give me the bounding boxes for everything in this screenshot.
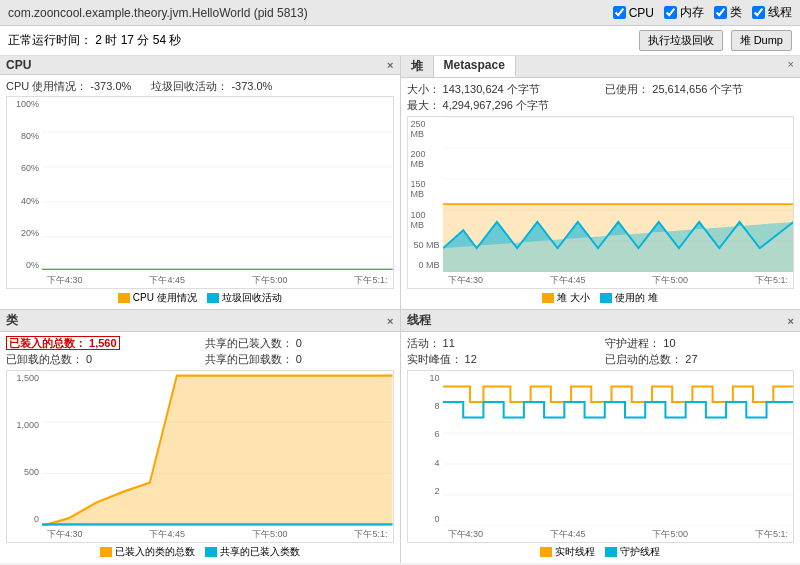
cpu-svg <box>42 97 393 272</box>
svg-marker-13 <box>443 222 794 272</box>
thread-panel: 线程 × 活动： 11 守护进程： 10 实时峰值： 12 已启动的总数： <box>401 310 801 563</box>
class-panel-title: 类 <box>6 312 18 329</box>
class-svg <box>42 371 393 526</box>
cpu-chart-inner <box>42 97 393 272</box>
class-shared-color <box>205 547 217 557</box>
class-legend-total: 已装入的类的总数 <box>100 545 195 559</box>
heap-dump-button[interactable]: 堆 Dump <box>731 30 792 51</box>
heap-size-stat: 大小： 143,130,624 个字节 <box>407 82 596 97</box>
cpu-panel-title: CPU <box>6 58 31 72</box>
thread-legend-live: 实时线程 <box>540 545 595 559</box>
cpu-panel: CPU × CPU 使用情况： -373.0% 垃圾回收活动： -373.0% … <box>0 56 400 309</box>
class-total-color <box>100 547 112 557</box>
uptime-value: 2 时 17 分 54 秒 <box>95 33 181 47</box>
main-grid: CPU × CPU 使用情况： -373.0% 垃圾回收活动： -373.0% … <box>0 56 800 563</box>
class-panel-header: 类 × <box>0 310 400 332</box>
metaspace-tab[interactable]: Metaspace <box>434 56 516 77</box>
thread-peak-stat: 实时峰值： 12 <box>407 352 596 367</box>
heap-legend-size: 堆 大小 <box>542 291 590 305</box>
cpu-checkbox-label: CPU <box>629 6 654 20</box>
uptime-label: 正常运行时间： <box>8 33 92 47</box>
thread-y-axis: 10 8 6 4 2 0 <box>408 371 443 526</box>
heap-used-color <box>600 293 612 303</box>
gc-activity-stat: 垃圾回收活动： -373.0% <box>151 79 272 94</box>
thread-x-axis: 下午4:30 下午4:45 下午5:00 下午5:1: <box>443 526 794 542</box>
heap-panel-close[interactable]: × <box>782 56 800 77</box>
class-panel: 类 × 已装入的总数： 1,560 共享的已装入数： 0 已卸载的总数： 0 <box>0 310 400 563</box>
heap-chart-area: 250 MB 200 MB 150 MB 100 MB 50 MB 0 MB <box>407 116 795 289</box>
class-checkbox-item[interactable]: 类 <box>714 4 742 21</box>
thread-checkbox-item[interactable]: 线程 <box>752 4 792 21</box>
header-bar: 正常运行时间： 2 时 17 分 54 秒 执行垃圾回收 堆 Dump <box>0 26 800 56</box>
thread-panel-content: 活动： 11 守护进程： 10 实时峰值： 12 已启动的总数： 27 <box>401 332 801 563</box>
guard-thread-color <box>605 547 617 557</box>
memory-checkbox-label: 内存 <box>680 4 704 21</box>
cpu-legend-gc: 垃圾回收活动 <box>207 291 282 305</box>
class-x-axis: 下午4:30 下午4:45 下午5:00 下午5:1: <box>42 526 393 542</box>
heap-svg <box>443 117 794 272</box>
thread-panel-close[interactable]: × <box>788 315 794 327</box>
window-title: com.zooncool.example.theory.jvm.HelloWor… <box>8 6 308 20</box>
class-panel-close[interactable]: × <box>387 315 393 327</box>
thread-chart-inner <box>443 371 794 526</box>
class-shared-loaded-stat: 共享的已装入数： 0 <box>205 336 394 351</box>
heap-tab[interactable]: 堆 <box>401 56 434 77</box>
class-shared-unloaded-stat: 共享的已卸载数： 0 <box>205 352 394 367</box>
class-legend: 已装入的类的总数 共享的已装入类数 <box>6 545 394 559</box>
gc-legend-color <box>207 293 219 303</box>
heap-legend: 堆 大小 使用的 堆 <box>407 291 795 305</box>
thread-legend-guard: 守护线程 <box>605 545 660 559</box>
header-buttons: 执行垃圾回收 堆 Dump <box>639 30 792 51</box>
thread-checkbox[interactable] <box>752 6 765 19</box>
class-legend-shared: 共享的已装入类数 <box>205 545 300 559</box>
heap-used-stat: 已使用： 25,614,656 个字节 <box>605 82 794 97</box>
class-chart-inner <box>42 371 393 526</box>
cpu-panel-header: CPU × <box>0 56 400 75</box>
gc-button[interactable]: 执行垃圾回收 <box>639 30 723 51</box>
thread-checkbox-label: 线程 <box>768 4 792 21</box>
thread-total-started-stat: 已启动的总数： 27 <box>605 352 794 367</box>
class-y-axis: 1,500 1,000 500 0 <box>7 371 42 526</box>
thread-svg <box>443 371 794 526</box>
cpu-panel-close[interactable]: × <box>387 59 393 71</box>
cpu-stats-row: CPU 使用情况： -373.0% 垃圾回收活动： -373.0% <box>6 79 394 94</box>
memory-checkbox[interactable] <box>664 6 677 19</box>
thread-daemon-stat: 守护进程： 10 <box>605 336 794 351</box>
cpu-x-axis: 下午4:30 下午4:45 下午5:00 下午5:1: <box>42 272 393 288</box>
cpu-usage-stat: CPU 使用情况： -373.0% <box>6 79 131 94</box>
heap-chart-inner <box>443 117 794 272</box>
heap-max-stat: 最大： 4,294,967,296 个字节 <box>407 98 596 113</box>
cpu-checkbox-item[interactable]: CPU <box>613 6 654 20</box>
heap-panel-content: 大小： 143,130,624 个字节 已使用： 25,614,656 个字节 … <box>401 78 801 309</box>
heap-size-color <box>542 293 554 303</box>
cpu-legend: CPU 使用情况 垃圾回收活动 <box>6 291 394 305</box>
class-checkbox-label: 类 <box>730 4 742 21</box>
class-unloaded-total-stat: 已卸载的总数： 0 <box>6 352 195 367</box>
class-panel-content: 已装入的总数： 1,560 共享的已装入数： 0 已卸载的总数： 0 共享的已卸… <box>0 332 400 563</box>
heap-legend-used: 使用的 堆 <box>600 291 658 305</box>
title-bar: com.zooncool.example.theory.jvm.HelloWor… <box>0 0 800 26</box>
memory-checkbox-item[interactable]: 内存 <box>664 4 704 21</box>
thread-legend: 实时线程 守护线程 <box>407 545 795 559</box>
class-checkbox[interactable] <box>714 6 727 19</box>
thread-active-stat: 活动： 11 <box>407 336 596 351</box>
heap-x-axis: 下午4:30 下午4:45 下午5:00 下午5:1: <box>443 272 794 288</box>
live-thread-color <box>540 547 552 557</box>
heap-tab-header: 堆 Metaspace × <box>401 56 801 78</box>
heap-panel: 堆 Metaspace × 大小： 143,130,624 个字节 已使用： 2… <box>401 56 801 309</box>
class-loaded-total-stat: 已装入的总数： 1,560 <box>6 336 195 351</box>
cpu-checkbox[interactable] <box>613 6 626 19</box>
cpu-legend-cpu: CPU 使用情况 <box>118 291 197 305</box>
class-chart-area: 1,500 1,000 500 0 <box>6 370 394 543</box>
uptime-display: 正常运行时间： 2 时 17 分 54 秒 <box>8 32 181 49</box>
cpu-chart-area: 100% 80% 60% 40% 20% 0% <box>6 96 394 289</box>
thread-panel-header: 线程 × <box>401 310 801 332</box>
cpu-legend-color <box>118 293 130 303</box>
cpu-panel-content: CPU 使用情况： -373.0% 垃圾回收活动： -373.0% 100% 8… <box>0 75 400 309</box>
checkbox-group: CPU 内存 类 线程 <box>613 4 792 21</box>
thread-chart-area: 10 8 6 4 2 0 <box>407 370 795 543</box>
heap-stats: 大小： 143,130,624 个字节 已使用： 25,614,656 个字节 … <box>407 82 795 113</box>
heap-y-axis: 250 MB 200 MB 150 MB 100 MB 50 MB 0 MB <box>408 117 443 272</box>
cpu-y-axis: 100% 80% 60% 40% 20% 0% <box>7 97 42 272</box>
thread-panel-title: 线程 <box>407 312 431 329</box>
